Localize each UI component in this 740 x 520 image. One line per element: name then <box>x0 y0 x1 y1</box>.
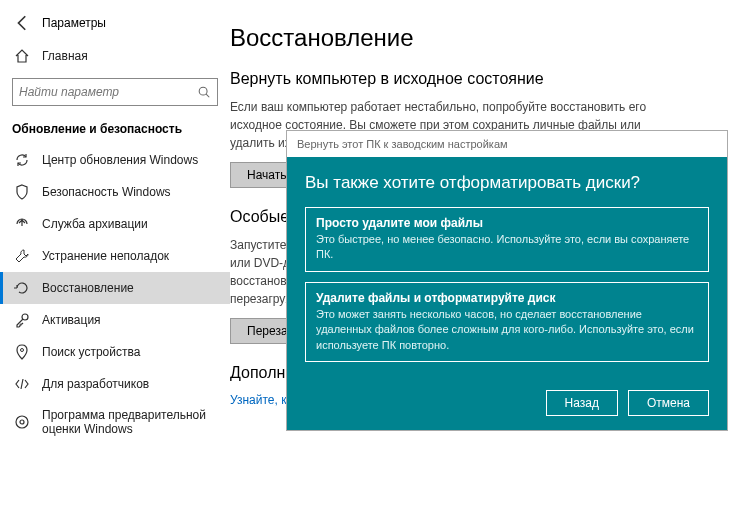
svg-line-1 <box>206 94 209 97</box>
svg-point-4 <box>16 416 28 428</box>
sidebar-item-label: Поиск устройства <box>42 345 216 359</box>
sidebar-item-activation[interactable]: Активация <box>0 304 230 336</box>
sidebar-item-label: Безопасность Windows <box>42 185 216 199</box>
sidebar-item-find-device[interactable]: Поиск устройства <box>0 336 230 368</box>
wrench-icon <box>14 248 30 264</box>
option-title: Просто удалите мои файлы <box>316 216 698 230</box>
sidebar-item-security[interactable]: Безопасность Windows <box>0 176 230 208</box>
sidebar-item-recovery[interactable]: Восстановление <box>0 272 230 304</box>
sidebar-item-home[interactable]: Главная <box>0 40 230 72</box>
svg-point-5 <box>20 420 24 424</box>
page-title: Восстановление <box>230 24 720 52</box>
sync-icon <box>14 152 30 168</box>
option-clean-drive[interactable]: Удалите файлы и отформатируйте диск Это … <box>305 282 709 362</box>
key-icon <box>14 312 30 328</box>
home-icon <box>14 48 30 64</box>
sidebar-item-troubleshoot[interactable]: Устранение неполадок <box>0 240 230 272</box>
insider-icon <box>14 414 30 430</box>
sidebar-item-label: Программа предварительной оценки Windows <box>42 408 216 437</box>
sidebar-item-label: Устранение неполадок <box>42 249 216 263</box>
dev-icon <box>14 376 30 392</box>
dialog-title: Вы также хотите отформатировать диски? <box>305 173 709 193</box>
dialog-caption: Вернуть этот ПК к заводским настройкам <box>287 131 727 157</box>
search-field[interactable] <box>19 85 197 99</box>
sidebar-item-label: Для разработчиков <box>42 377 216 391</box>
svg-point-3 <box>21 349 24 352</box>
recovery-icon <box>14 280 30 296</box>
backup-icon <box>14 216 30 232</box>
sidebar-item-update[interactable]: Центр обновления Windows <box>0 144 230 176</box>
option-desc: Это может занять несколько часов, но сде… <box>316 307 698 353</box>
cancel-button[interactable]: Отмена <box>628 390 709 416</box>
sidebar-item-label: Активация <box>42 313 216 327</box>
sidebar-item-label: Главная <box>42 49 216 63</box>
sidebar-item-insider[interactable]: Программа предварительной оценки Windows <box>0 400 230 445</box>
shield-icon <box>14 184 30 200</box>
reset-dialog: Вернуть этот ПК к заводским настройкам В… <box>286 130 728 431</box>
sidebar-item-label: Восстановление <box>42 281 216 295</box>
sidebar-item-developers[interactable]: Для разработчиков <box>0 368 230 400</box>
back-icon[interactable] <box>14 14 32 32</box>
sidebar-item-backup[interactable]: Служба архивации <box>0 208 230 240</box>
sidebar: Параметры Главная Обновление и безопасно… <box>0 0 230 520</box>
option-desc: Это быстрее, но менее безопасно. Использ… <box>316 232 698 263</box>
sidebar-item-label: Служба архивации <box>42 217 216 231</box>
search-icon <box>197 85 211 99</box>
svg-point-0 <box>199 87 207 95</box>
location-icon <box>14 344 30 360</box>
reset-heading: Вернуть компьютер в исходное состояние <box>230 70 720 88</box>
sidebar-item-label: Центр обновления Windows <box>42 153 216 167</box>
option-remove-files[interactable]: Просто удалите мои файлы Это быстрее, но… <box>305 207 709 272</box>
option-title: Удалите файлы и отформатируйте диск <box>316 291 698 305</box>
search-input[interactable] <box>12 78 218 106</box>
sidebar-section-label: Обновление и безопасность <box>0 116 230 144</box>
back-button[interactable]: Назад <box>546 390 618 416</box>
window-title: Параметры <box>42 16 106 30</box>
